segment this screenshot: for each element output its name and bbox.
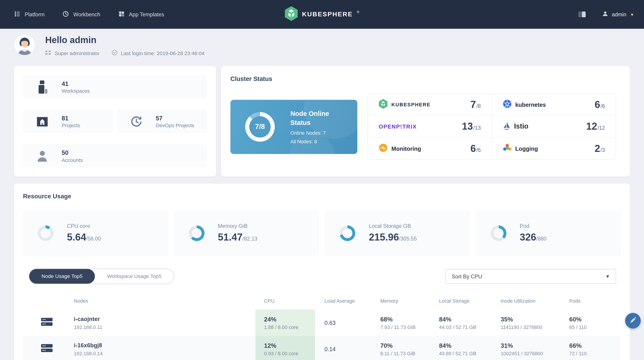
platform-icon (14, 10, 21, 18)
nav-app-templates-label: App Templates (129, 11, 164, 18)
load-average-cell: 0.14 (315, 346, 380, 352)
openpitrix-wordmark: OPENP!TRIX (379, 123, 417, 130)
cpu-cell: 24% 1.88 / 8.00 core (256, 310, 315, 336)
col-load-average: Load Average (315, 298, 380, 304)
col-memory: Memory (380, 298, 439, 304)
monitoring-icon (379, 143, 388, 154)
usage-tabs: Node Usage Top5 Workspace Usage Top5 (29, 269, 174, 284)
devops-icon (129, 115, 144, 128)
col-cpu: CPU (256, 298, 315, 304)
welcome-header: Hello admin Super administrator Last log… (0, 29, 644, 57)
component-label: KUBESPHERE (392, 102, 430, 108)
node-name[interactable]: i-caojnter (74, 316, 256, 322)
kubesphere-logo[interactable]: KUBESPHERE ® (285, 6, 360, 22)
layout-panel-icon[interactable] (578, 12, 586, 17)
kubernetes-icon (502, 99, 512, 110)
component-kubernetes: kubernetes 6/6 (492, 94, 616, 116)
table-row[interactable]: i-caojnter 192.168.0.11 24% 1.88 / 8.00 … (23, 310, 621, 336)
component-count: 2/3 (594, 142, 605, 154)
tab-workspace-usage-top5[interactable]: Workspace Usage Top5 (95, 269, 174, 284)
cluster-status-card: Cluster Status 7/8 Node Online Status On… (221, 66, 630, 176)
avatar (14, 34, 35, 55)
nav-app-templates[interactable]: App Templates (118, 10, 164, 18)
node-online-status-panel[interactable]: 7/8 Node Online Status Online Nodes: 7 A… (230, 100, 357, 154)
node-server-icon (40, 343, 53, 355)
workspaces-count: 41 (62, 80, 90, 87)
component-label: Monitoring (392, 145, 421, 152)
component-count: 6/6 (470, 142, 481, 154)
topbar-right: admin ▼ (578, 11, 634, 18)
storage-stat-label: Local Storage GB (369, 223, 417, 229)
pod-stat-label: Pod (520, 223, 546, 229)
accounts-tile[interactable]: 50 Accounts (23, 144, 207, 168)
projects-tile[interactable]: 81 Projects (23, 110, 113, 133)
node-name[interactable]: i-16x6bgj8 (74, 342, 256, 348)
accounts-label: Accounts (62, 157, 83, 163)
resource-stats: CPU core 5.64/56.00 Memory GiB 51.47/82.… (23, 210, 621, 256)
resource-usage-card: Resource Usage CPU core 5.64/56.00 Memor… (14, 184, 630, 360)
memory-cell: 70% 8.11 / 11.73 GiB (380, 342, 439, 356)
istio-icon (502, 121, 510, 132)
col-local-storage: Local Storage (439, 298, 501, 304)
col-inode-utilization: inode Utilization (501, 298, 569, 304)
devops-count: 57 (156, 114, 194, 121)
inode-cell: 35% 1141190 / 3276800 (501, 316, 569, 330)
main-nav: Platform Workbench App Templates (14, 10, 164, 18)
welcome-text: Hello admin Super administrator Last log… (45, 34, 204, 57)
memory-stat: Memory GiB 51.47/82.13 (174, 210, 319, 256)
table-row[interactable]: i-16x6bgj8 192.168.0.14 12% 0.93 / 8.00 … (23, 336, 621, 360)
storage-stat-value: 215.96/305.55 (369, 232, 417, 243)
node-status-title: Node Online Status (290, 110, 340, 127)
page-title: Hello admin (45, 35, 204, 46)
storage-stat: Local Storage GB 215.96/305.55 (325, 210, 470, 256)
user-icon (602, 11, 608, 18)
nav-platform[interactable]: Platform (14, 10, 45, 18)
col-nodes: Nodes (74, 298, 256, 304)
summary-card: 41 Workspaces 81 Projects (14, 66, 216, 176)
logo-wordmark: KUBESPHERE (302, 11, 353, 18)
load-average-cell: 0.63 (315, 320, 380, 326)
pods-cell: 66% 72 / 110 (569, 342, 621, 356)
component-kubesphere: KUBESPHERE 7/8 (368, 94, 492, 116)
app-templates-icon (118, 10, 125, 18)
memory-stat-value: 51.47/82.13 (218, 232, 257, 243)
user-menu[interactable]: admin ▼ (602, 11, 634, 18)
node-ip: 192.168.0.11 (74, 324, 256, 330)
node-status-donut: 7/8 (245, 112, 274, 142)
memory-stat-label: Memory GiB (218, 223, 257, 229)
pod-stat-value: 326/880 (520, 232, 546, 243)
memory-donut (189, 225, 204, 241)
storage-donut (340, 225, 355, 241)
accounts-icon (35, 150, 50, 162)
devops-label: DevOps Projects (156, 123, 194, 128)
tab-node-usage-top5[interactable]: Node Usage Top5 (29, 269, 95, 284)
node-ip: 192.168.0.14 (74, 350, 256, 356)
inode-cell: 31% 1002451 / 3276800 (501, 342, 569, 356)
component-monitoring: Monitoring 6/6 (368, 138, 492, 159)
nav-workbench[interactable]: Workbench (62, 10, 100, 18)
kubesphere-dashboard: Platform Workbench App Templates KUBESPH… (0, 0, 644, 360)
all-nodes: All Nodes: 8 (290, 138, 340, 144)
cpu-stat-label: CPU core (67, 223, 101, 229)
nav-workbench-label: Workbench (73, 11, 100, 18)
role-badge: Super administrator (45, 50, 99, 56)
projects-icon (35, 116, 50, 127)
kubesphere-logo-icon (285, 6, 298, 22)
edit-fab-button[interactable] (625, 313, 641, 328)
pod-stat: Pod 326/880 (476, 210, 621, 256)
nav-platform-label: Platform (25, 11, 45, 18)
storage-cell: 84% 43.89 / 52.71 GB (439, 342, 501, 356)
devops-tile[interactable]: 57 DevOps Projects (117, 110, 207, 133)
workspaces-tile[interactable]: 41 Workspaces (23, 75, 207, 98)
component-logging: Logging 2/3 (492, 138, 616, 159)
pod-donut (491, 225, 506, 241)
component-count: 13/13 (462, 120, 481, 132)
last-login: Last login time: 2019-06-28 23:46:04 (112, 50, 204, 57)
resource-usage-title: Resource Usage (23, 192, 621, 200)
component-label: Logging (515, 145, 538, 152)
top-navigation-bar: Platform Workbench App Templates KUBESPH… (0, 0, 644, 29)
storage-cell: 84% 44.03 / 52.71 GB (439, 316, 501, 330)
workbench-icon (62, 10, 69, 18)
sort-by-dropdown[interactable]: Sort By CPU ▼ (446, 269, 616, 284)
component-label: kubernetes (515, 101, 546, 108)
